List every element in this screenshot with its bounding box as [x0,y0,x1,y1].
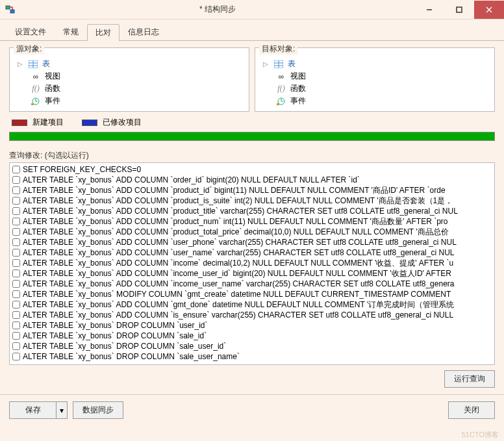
query-row[interactable]: ALTER TABLE `xy_bonus` ADD COLUMN `order… [11,175,493,185]
query-checkbox[interactable] [12,207,20,215]
table-icon [273,60,284,68]
close-window-button[interactable] [474,1,504,19]
watermark: 51CTO博客 [462,430,499,440]
query-row[interactable]: ALTER TABLE `xy_bonus` MODIFY COLUMN `gm… [11,289,493,299]
query-checkbox[interactable] [12,259,20,267]
source-events-node[interactable]: 事件 [14,95,245,107]
target-views-node[interactable]: ∞ 视图 [259,70,490,82]
query-text: ALTER TABLE `xy_bonus` ADD COLUMN `produ… [23,206,458,216]
tab-settings-file[interactable]: 设置文件 [6,23,55,40]
clock-icon [276,97,286,105]
query-text: SET FOREIGN_KEY_CHECKS=0 [23,164,141,175]
minimize-button[interactable] [414,1,444,19]
query-checkbox[interactable] [12,176,20,184]
source-panel: 源对象: ▷ 表 ∞ 视图 f() 函数 事件 [9,47,249,112]
query-row[interactable]: ALTER TABLE `xy_bonus` ADD COLUMN `user_… [11,237,493,247]
save-dropdown[interactable]: ▾ [56,401,68,419]
svg-rect-1 [10,10,14,13]
query-list[interactable]: SET FOREIGN_KEY_CHECKS=0ALTER TABLE `xy_… [9,162,495,365]
query-checkbox[interactable] [12,218,20,225]
data-sync-button[interactable]: 数据同步 [73,401,123,419]
query-checkbox[interactable] [12,301,20,309]
legend-modified-color [82,120,97,126]
query-row[interactable]: ALTER TABLE `xy_bonus` ADD COLUMN `produ… [11,216,493,227]
query-row[interactable]: ALTER TABLE `xy_bonus` ADD COLUMN `produ… [11,206,493,216]
close-button[interactable]: 关闭 [448,401,495,419]
source-tables-node[interactable]: ▷ 表 [14,58,245,70]
query-text: ALTER TABLE `xy_bonus` DROP COLUMN `sale… [23,331,207,341]
run-query-button[interactable]: 运行查询 [444,370,495,388]
query-text: ALTER TABLE `xy_bonus` DROP COLUMN `sale… [23,341,226,351]
target-functions-node[interactable]: f() 函数 [259,82,490,95]
query-checkbox[interactable] [12,342,20,350]
query-checkbox[interactable] [12,166,20,173]
query-row[interactable]: ALTER TABLE `xy_bonus` ADD COLUMN `produ… [11,195,493,206]
query-row[interactable]: ALTER TABLE `xy_bonus` ADD COLUMN `incom… [11,258,493,268]
query-checkbox[interactable] [12,270,20,277]
query-row[interactable]: ALTER TABLE `xy_bonus` DROP COLUMN `sale… [11,351,493,362]
query-checkbox[interactable] [12,290,20,298]
target-events-node[interactable]: 事件 [259,95,490,107]
target-tables-node[interactable]: ▷ 表 [259,58,490,70]
source-views-node[interactable]: ∞ 视图 [14,70,245,82]
query-checkbox[interactable] [12,228,20,236]
target-panel: 目标对象: ▷ 表 ∞ 视图 f() 函数 事件 [255,47,495,112]
legend-new-label: 新建项目 [32,117,64,128]
tab-info-log[interactable]: 信息日志 [120,23,168,40]
query-row[interactable]: ALTER TABLE `xy_bonus` ADD COLUMN `incom… [11,268,493,279]
query-row[interactable]: ALTER TABLE `xy_bonus` DROP COLUMN `sale… [11,341,493,351]
maximize-button[interactable] [444,1,474,19]
query-checkbox[interactable] [12,311,20,319]
query-row[interactable]: SET FOREIGN_KEY_CHECKS=0 [11,164,493,175]
source-label: 源对象: [14,44,44,55]
query-text: ALTER TABLE `xy_bonus` ADD COLUMN `incom… [23,279,454,289]
window-title: * 结构同步 [21,4,414,15]
glasses-icon: ∞ [276,72,286,81]
svg-rect-3 [457,7,462,12]
fx-icon: f() [31,84,41,94]
titlebar: * 结构同步 [0,0,504,19]
tab-general[interactable]: 常规 [55,23,87,40]
query-text: ALTER TABLE `xy_bonus` ADD COLUMN `produ… [23,185,446,195]
query-row[interactable]: ALTER TABLE `xy_bonus` ADD COLUMN `is_en… [11,310,493,320]
clock-icon [31,97,41,105]
expand-icon[interactable]: ▷ [263,60,270,68]
query-text: ALTER TABLE `xy_bonus` ADD COLUMN `incom… [23,258,453,268]
query-row[interactable]: ALTER TABLE `xy_bonus` ADD COLUMN `user_… [11,247,493,258]
query-text: ALTER TABLE `xy_bonus` ADD COLUMN `produ… [23,227,449,237]
query-checkbox[interactable] [12,353,20,360]
query-text: ALTER TABLE `xy_bonus` ADD COLUMN `incom… [23,268,451,279]
tab-compare[interactable]: 比对 [87,24,120,41]
query-row[interactable]: ALTER TABLE `xy_bonus` DROP COLUMN `sale… [11,331,493,341]
query-row[interactable]: ALTER TABLE `xy_bonus` ADD COLUMN `produ… [11,227,493,237]
query-text: ALTER TABLE `xy_bonus` ADD COLUMN `is_en… [23,310,453,320]
query-checkbox[interactable] [12,249,20,257]
query-row[interactable]: ALTER TABLE `xy_bonus` ADD COLUMN `gmt_d… [11,299,493,310]
source-functions-node[interactable]: f() 函数 [14,82,245,95]
fx-icon: f() [276,84,286,94]
query-row[interactable]: ALTER TABLE `xy_bonus` DROP COLUMN `user… [11,320,493,331]
source-views-label: 视图 [45,71,60,82]
query-checkbox[interactable] [12,332,20,340]
query-text: ALTER TABLE `xy_bonus` ADD COLUMN `order… [23,175,360,185]
query-checkbox[interactable] [12,321,20,329]
glasses-icon: ∞ [31,72,41,81]
query-checkbox[interactable] [12,280,20,288]
query-checkbox[interactable] [12,186,20,194]
legend-modified-label: 已修改项目 [103,117,142,128]
query-row[interactable]: ALTER TABLE `xy_bonus` ADD COLUMN `produ… [11,185,493,195]
query-text: ALTER TABLE `xy_bonus` DROP COLUMN `user… [23,320,208,331]
target-functions-label: 函数 [290,83,306,94]
tabstrip: 设置文件 常规 比对 信息日志 [0,19,504,41]
expand-icon[interactable]: ▷ [18,60,24,68]
query-checkbox[interactable] [12,197,20,205]
query-row[interactable]: ALTER TABLE `xy_bonus` ADD COLUMN `incom… [11,279,493,289]
source-functions-label: 函数 [45,83,60,94]
query-checkbox[interactable] [12,238,20,246]
target-label: 目标对象: [259,44,297,55]
target-views-label: 视图 [290,71,306,82]
legend-new-color [12,120,27,126]
save-button[interactable]: 保存 [9,401,56,419]
chevron-down-icon: ▾ [60,406,64,415]
query-text: ALTER TABLE `xy_bonus` ADD COLUMN `produ… [23,195,453,206]
